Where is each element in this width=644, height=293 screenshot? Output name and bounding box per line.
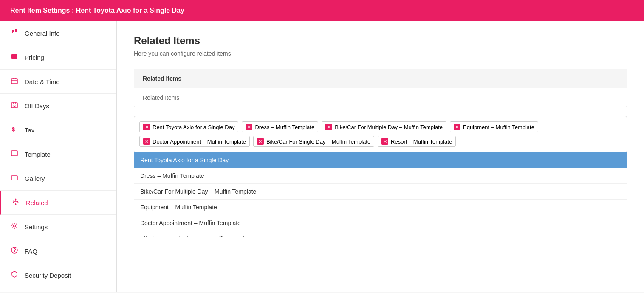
dropdown-item-drop-5[interactable]: Doctor Appointment – Muffin Template <box>134 215 627 231</box>
tag-remove-tag-1[interactable]: ✕ <box>143 124 150 130</box>
tag-label-tag-2: Dress – Muffin Template <box>255 124 314 130</box>
tag-label-tag-3: Bike/Car For Multiple Day – Muffin Templ… <box>335 124 443 130</box>
sidebar-item-label-date-time: Date & Time <box>25 78 60 85</box>
tag-remove-tag-3[interactable]: ✕ <box>325 124 332 130</box>
topbar: Rent Item Settings : Rent Toyota Axio fo… <box>0 0 644 21</box>
dropdown-item-drop-4[interactable]: Equipment – Muffin Template <box>134 200 627 215</box>
dropdown-item-drop-1[interactable]: Rent Toyota Axio for a Single Day <box>134 152 627 168</box>
svg-rect-0 <box>11 54 17 59</box>
svg-rect-1 <box>11 79 17 84</box>
svg-point-17 <box>14 225 16 227</box>
main-content: Related Items Here you can configure rel… <box>117 21 644 292</box>
tag-remove-tag-2[interactable]: ✕ <box>246 124 252 130</box>
sidebar-item-security-deposit[interactable]: Security Deposit <box>0 263 116 287</box>
tag-remove-tag-6[interactable]: ✕ <box>257 138 264 145</box>
sidebar-item-general-info[interactable]: General Info <box>0 21 116 45</box>
dropdown-item-drop-2[interactable]: Dress – Muffin Template <box>134 168 627 184</box>
tags-area: ✕Rent Toyota Axio for a Single Day✕Dress… <box>134 116 627 152</box>
off-days-icon <box>10 101 19 110</box>
tax-icon: $ <box>10 126 19 134</box>
page-subtitle: Here you can configure related items. <box>134 50 627 57</box>
sidebar-item-gallery[interactable]: Gallery <box>0 166 116 191</box>
tag-remove-tag-7[interactable]: ✕ <box>381 138 388 145</box>
date-time-icon <box>10 77 19 86</box>
svg-rect-13 <box>11 176 17 180</box>
tag-label-tag-1: Rent Toyota Axio for a Single Day <box>153 124 234 130</box>
dropdown-scroll-container: Rent Toyota Axio for a Single DayDress –… <box>134 152 627 237</box>
dropdown-list: Rent Toyota Axio for a Single DayDress –… <box>134 152 627 237</box>
gallery-icon <box>10 174 19 183</box>
tag-label-tag-6: Bike/Car For Single Day – Muffin Templat… <box>266 138 370 145</box>
sidebar-item-label-faq: FAQ <box>25 248 37 255</box>
sidebar-item-tax[interactable]: $Tax <box>0 118 116 142</box>
svg-point-15 <box>15 199 17 200</box>
faq-icon: ? <box>10 247 19 255</box>
sidebar-item-label-off-days: Off Days <box>25 102 49 110</box>
svg-rect-5 <box>11 103 17 108</box>
settings-icon <box>10 223 19 231</box>
section-header: Related Items <box>134 69 627 88</box>
sidebar-item-label-pricing: Pricing <box>25 54 44 61</box>
tag-label-tag-7: Resort – Muffin Template <box>391 138 452 145</box>
dropdown-item-drop-3[interactable]: Bike/Car For Multiple Day – Muffin Templ… <box>134 184 627 200</box>
sidebar-item-date-time[interactable]: Date & Time <box>0 70 116 94</box>
sidebar-item-off-days[interactable]: Off Days <box>0 94 116 118</box>
tag-remove-tag-5[interactable]: ✕ <box>143 138 150 145</box>
tag-label-tag-5: Doctor Appointment – Muffin Template <box>153 138 246 145</box>
tag-tag-1: ✕Rent Toyota Axio for a Single Day <box>139 121 238 132</box>
svg-point-16 <box>15 204 17 205</box>
sidebar-item-related[interactable]: Related <box>0 191 116 215</box>
related-icon <box>11 198 20 207</box>
svg-text:?: ? <box>14 248 16 253</box>
svg-text:$: $ <box>12 126 15 132</box>
tag-label-tag-4: Equipment – Muffin Template <box>463 124 534 130</box>
tag-tag-5: ✕Doctor Appointment – Muffin Template <box>139 136 250 147</box>
sidebar-item-label-security-deposit: Security Deposit <box>25 272 71 279</box>
security-deposit-icon <box>10 271 19 279</box>
sidebar-item-label-settings: Settings <box>25 223 48 231</box>
tag-tag-4: ✕Equipment – Muffin Template <box>450 121 538 132</box>
sidebar-item-settings[interactable]: Settings <box>0 215 116 239</box>
sidebar-item-pricing[interactable]: Pricing <box>0 45 116 70</box>
related-items-section: Related Items Related Items <box>134 69 627 107</box>
sidebar-item-label-related: Related <box>26 199 48 206</box>
sidebar-item-label-general-info: General Info <box>25 30 60 37</box>
sidebar-item-label-gallery: Gallery <box>25 175 45 182</box>
tag-remove-tag-4[interactable]: ✕ <box>454 124 460 130</box>
tag-tag-3: ✕Bike/Car For Multiple Day – Muffin Temp… <box>322 121 446 132</box>
topbar-title: Rent Item Settings : Rent Toyota Axio fo… <box>10 7 184 14</box>
sidebar-item-template[interactable]: Template <box>0 142 116 166</box>
sidebar: General InfoPricingDate & TimeOff Days$T… <box>0 21 117 292</box>
tag-tag-2: ✕Dress – Muffin Template <box>242 121 318 132</box>
svg-rect-11 <box>11 151 17 156</box>
tag-tag-6: ✕Bike/Car For Single Day – Muffin Templa… <box>253 136 374 147</box>
pricing-icon <box>10 53 19 62</box>
sidebar-item-label-template: Template <box>25 151 51 158</box>
sidebar-item-label-tax: Tax <box>25 127 34 134</box>
template-icon <box>10 150 19 158</box>
svg-rect-12 <box>12 152 17 152</box>
svg-rect-14 <box>13 175 16 175</box>
tags-dropdown-container: ✕Rent Toyota Axio for a Single Day✕Dress… <box>134 116 627 237</box>
section-label: Related Items <box>134 88 627 107</box>
dropdown-item-drop-6[interactable]: Bike/Car For Single Day – Muffin Templat… <box>134 231 627 237</box>
page-title: Related Items <box>134 35 627 47</box>
general-info-icon <box>10 29 19 37</box>
tag-tag-7: ✕Resort – Muffin Template <box>378 136 456 147</box>
sidebar-item-faq[interactable]: ?FAQ <box>0 239 116 263</box>
